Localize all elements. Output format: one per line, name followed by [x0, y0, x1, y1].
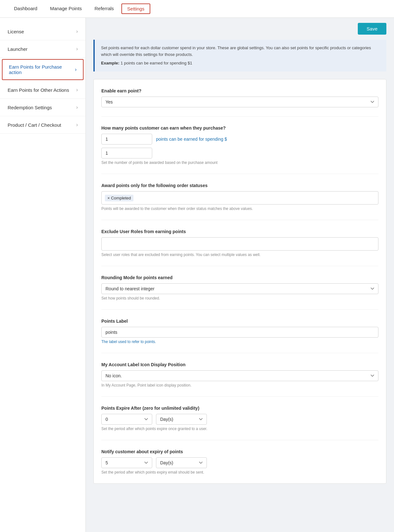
field-points-purchase: How many points customer can earn when t…	[101, 125, 378, 174]
field-points-expire: Points Expire After (zero for unlimited …	[101, 406, 378, 440]
rounding-mode-label: Rounding Mode for points earned	[101, 275, 378, 280]
toolbar: Save	[93, 23, 386, 35]
chevron-right-icon: ›	[76, 87, 78, 93]
info-description: Set points earned for each dollar custom…	[101, 45, 380, 58]
field-points-label: Points Label The label used to refer to …	[101, 319, 378, 353]
chevron-right-icon: ›	[76, 29, 78, 34]
points-label-input[interactable]	[101, 327, 378, 338]
example-prefix: Example:	[101, 61, 119, 65]
rounding-mode-hint: Set how points should be rounded.	[101, 296, 378, 300]
chevron-right-icon: ›	[76, 46, 78, 52]
exclude-roles-hint: Select user roles that are excluded from…	[101, 253, 378, 257]
sidebar-item-earn-purchase[interactable]: Earn Points for Purchase action ›	[2, 59, 84, 80]
notify-expiry-value-select[interactable]: 5	[101, 457, 152, 468]
top-navigation: Dashboard Manage Points Referrals Settin…	[0, 0, 394, 18]
settings-form: Enable earn point? Yes No How many point…	[93, 79, 386, 484]
sidebar-item-launcher[interactable]: Launcher ›	[0, 40, 85, 58]
field-notify-expiry: Notify customer about expiry of points 5…	[101, 449, 378, 475]
rounding-mode-select[interactable]: Round to nearest integer Round up Round …	[101, 283, 378, 294]
field-rounding-mode: Rounding Mode for points earned Round to…	[101, 275, 378, 310]
spending-label: points can be earned for spending $	[156, 137, 227, 142]
notify-expiry-period-select[interactable]: Day(s) Week(s) Month(s) Year(s)	[156, 457, 207, 468]
sidebar-label-license: License	[8, 29, 24, 34]
exclude-roles-input[interactable]	[101, 237, 378, 251]
points-purchase-row: points can be earned for spending $	[101, 134, 378, 145]
nav-manage-points[interactable]: Manage Points	[44, 0, 88, 18]
points-expire-value-select[interactable]: 0	[101, 414, 152, 425]
nav-referrals[interactable]: Referrals	[88, 0, 120, 18]
spending-value-input[interactable]	[101, 148, 152, 158]
points-purchase-hint: Set the number of points be awarded base…	[101, 160, 378, 165]
sidebar-label-redemption: Redemption Settings	[8, 105, 52, 110]
sidebar-label-earn-purchase: Earn Points for Purchase action	[9, 64, 75, 75]
nav-settings[interactable]: Settings	[121, 3, 150, 14]
enable-earn-select[interactable]: Yes No	[101, 97, 378, 107]
notify-expiry-label: Notify customer about expiry of points	[101, 449, 378, 454]
info-example: Example: 1 points can be earned for spen…	[101, 60, 380, 67]
sidebar-item-redemption[interactable]: Redemption Settings ›	[0, 99, 85, 116]
points-label-hint: The label used to refer to points.	[101, 340, 378, 344]
field-exclude-roles: Exclude User Roles from earning points S…	[101, 229, 378, 266]
order-statuses-hint: Points will be awarded to the customer w…	[101, 206, 378, 211]
enable-earn-label: Enable earn point?	[101, 88, 378, 93]
main-content: Save Set points earned for each dollar c…	[86, 18, 394, 532]
sidebar-item-product-cart[interactable]: Product / Cart / Checkout ›	[0, 116, 85, 134]
chevron-right-icon: ›	[76, 122, 78, 128]
exclude-roles-label: Exclude User Roles from earning points	[101, 229, 378, 234]
tag-label: × Completed	[107, 196, 131, 200]
chevron-right-icon: ›	[75, 67, 77, 72]
field-account-icon: My Account Label Icon Display Position N…	[101, 362, 378, 397]
nav-dashboard[interactable]: Dashboard	[8, 0, 44, 18]
field-enable-earn: Enable earn point? Yes No	[101, 88, 378, 117]
sidebar-label-product-cart: Product / Cart / Checkout	[8, 122, 61, 128]
status-tag-completed: × Completed	[105, 195, 133, 201]
sidebar-label-earn-other: Earn Points for Other Actions	[8, 87, 69, 93]
sidebar-item-earn-other[interactable]: Earn Points for Other Actions ›	[0, 81, 85, 99]
main-layout: License › Launcher › Earn Points for Pur…	[0, 18, 394, 532]
sidebar-label-launcher: Launcher	[8, 46, 28, 52]
field-order-statuses: Award points only for the following orde…	[101, 183, 378, 220]
spending-value-row	[101, 148, 378, 158]
example-text: 1 points can be earned for spending $1	[120, 61, 192, 65]
account-icon-hint: In My Account Page, Point label icon dis…	[101, 383, 378, 387]
points-expire-row: 0 Day(s) Week(s) Month(s) Year(s)	[101, 414, 378, 425]
sidebar: License › Launcher › Earn Points for Pur…	[0, 18, 86, 532]
order-statuses-input[interactable]: × Completed	[101, 191, 378, 205]
chevron-right-icon: ›	[76, 104, 78, 110]
account-icon-label: My Account Label Icon Display Position	[101, 362, 378, 367]
notify-expiry-hint: Set the period after which points expiry…	[101, 470, 378, 475]
account-icon-select[interactable]: No icon. Before label After label	[101, 370, 378, 381]
save-button[interactable]: Save	[358, 23, 386, 35]
points-expire-label: Points Expire After (zero for unlimited …	[101, 406, 378, 411]
points-value-input[interactable]	[101, 134, 152, 145]
info-box: Set points earned for each dollar custom…	[93, 40, 386, 71]
points-expire-period-select[interactable]: Day(s) Week(s) Month(s) Year(s)	[156, 414, 207, 425]
points-label-label: Points Label	[101, 319, 378, 324]
notify-expiry-row: 5 Day(s) Week(s) Month(s) Year(s)	[101, 457, 378, 468]
points-expire-hint: Set the period after which points expire…	[101, 427, 378, 431]
order-statuses-label: Award points only for the following orde…	[101, 183, 378, 188]
sidebar-item-license[interactable]: License ›	[0, 23, 85, 40]
points-purchase-label: How many points customer can earn when t…	[101, 125, 378, 131]
